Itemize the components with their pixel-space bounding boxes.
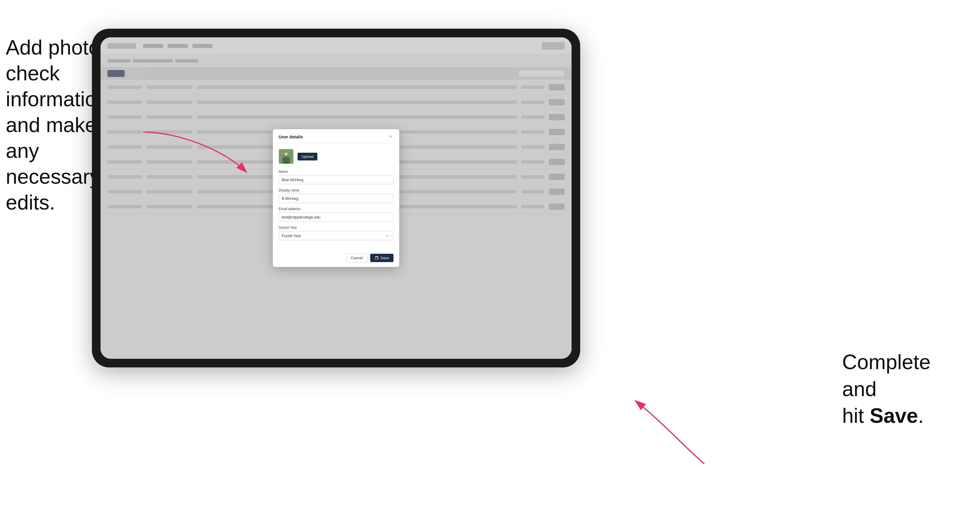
annotation-right-line1: Complete and <box>842 351 931 400</box>
school-year-select[interactable]: Fourth Year First Year Second Year Third… <box>278 231 393 240</box>
cancel-button[interactable]: Cancel <box>346 254 368 262</box>
modal-body: Upload Name Display name <box>273 143 399 250</box>
name-input[interactable] <box>278 175 393 184</box>
modal-footer: Cancel Save <box>273 250 399 267</box>
app-background: User details × <box>100 37 571 359</box>
display-name-field-group: Display name <box>278 188 393 203</box>
avatar-thumbnail <box>278 149 294 164</box>
save-button-label: Save <box>380 256 389 260</box>
annotation-right: Complete and hit Save. <box>842 349 969 429</box>
school-year-select-wrapper: Fourth Year First Year Second Year Third… <box>278 231 393 240</box>
annotation-right-end: . <box>918 404 924 427</box>
modal-title: User details <box>278 134 303 139</box>
tablet-screen: User details × <box>100 37 571 359</box>
school-year-field-group: School Year Fourth Year First Year Secon… <box>278 225 393 240</box>
user-details-modal: User details × <box>273 129 399 267</box>
school-year-label: School Year <box>278 225 393 230</box>
modal-close-button[interactable]: × <box>388 134 393 140</box>
photo-section: Upload <box>278 149 393 164</box>
name-label: Name <box>278 170 393 174</box>
select-clear-icon[interactable]: × <box>386 233 388 238</box>
email-label: Email address <box>278 207 393 211</box>
tablet-device: User details × <box>92 29 580 367</box>
save-button[interactable]: Save <box>370 254 393 262</box>
annotation-right-line2: hit <box>842 404 870 427</box>
svg-point-3 <box>284 153 288 156</box>
email-field-group: Email address <box>278 207 393 222</box>
upload-photo-button[interactable]: Upload <box>298 153 317 160</box>
save-icon <box>375 256 379 260</box>
annotation-right-bold: Save <box>870 404 918 427</box>
display-name-label: Display name <box>278 188 393 192</box>
modal-overlay: User details × <box>100 37 571 359</box>
display-name-input[interactable] <box>278 194 393 203</box>
email-input[interactable] <box>278 213 393 222</box>
name-field-group: Name <box>278 170 393 184</box>
modal-header: User details × <box>273 129 399 143</box>
arrow-right <box>612 389 727 470</box>
svg-rect-4 <box>376 256 377 257</box>
